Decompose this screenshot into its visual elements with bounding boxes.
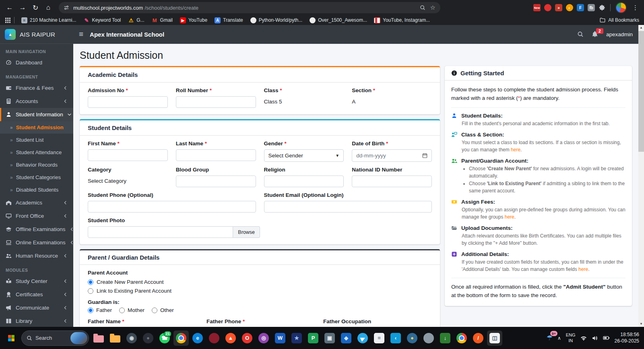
radio-input-other[interactable]	[152, 308, 157, 313]
sidebar-item-student-admission[interactable]: »Student Admission	[0, 121, 73, 134]
dob-input[interactable]: dd-mm-yyyy	[352, 149, 432, 162]
sidebar-item-academics[interactable]: Academics	[0, 196, 73, 209]
sidebar-item-student-categories[interactable]: »Student Categories	[0, 171, 73, 184]
home-icon[interactable]: ⌂	[43, 2, 54, 13]
extension-red-square-icon[interactable]: »	[555, 4, 562, 11]
extension-red-dot-icon[interactable]	[544, 4, 551, 11]
sidebar-item-student-attendance[interactable]: »Student Attendance	[0, 146, 73, 159]
maroon-app-icon[interactable]	[206, 330, 222, 346]
sidebar-item-study-center[interactable]: Study Center	[0, 275, 73, 288]
username[interactable]: apexadmin	[606, 31, 633, 37]
file-path-box[interactable]	[88, 226, 233, 238]
tray-expand-icon[interactable]: ∧	[557, 335, 561, 341]
zoom-page-icon[interactable]	[420, 5, 425, 10]
monitor-app-icon[interactable]: ▣	[322, 330, 337, 346]
photos-app-icon[interactable]: ★	[289, 330, 304, 346]
sidebar-item-offline-examinations[interactable]: Offline Examinations	[0, 223, 73, 236]
calendar-icon[interactable]	[422, 153, 427, 158]
extension-blue-icon[interactable]: F	[577, 4, 584, 11]
here-link[interactable]: here	[511, 147, 520, 153]
scrollbar-up-arrow[interactable]: ▲	[640, 25, 643, 31]
scrollbar-thumb[interactable]	[638, 31, 644, 152]
navbar-search-icon[interactable]	[577, 31, 584, 37]
browser-menu-icon[interactable]: ⋮	[631, 4, 640, 11]
purple-app-icon[interactable]: ◎	[256, 330, 271, 346]
sidebar-item-accounts[interactable]: Accounts	[0, 95, 73, 108]
student-email-input[interactable]	[264, 201, 432, 213]
radio-mother[interactable]: Mother	[119, 307, 144, 313]
bookmark-python-world-pyth[interactable]: Python-World/pyth...	[247, 17, 306, 24]
brave-icon[interactable]: ▲	[223, 330, 238, 346]
sidebar-item-front-office[interactable]: Front Office	[0, 209, 73, 223]
student-phone-input[interactable]	[88, 201, 256, 213]
here-link[interactable]: here	[578, 266, 588, 272]
bookmark-translate[interactable]: ATranslate	[211, 17, 247, 24]
sidebar-brand[interactable]: ▲ AIS RAIPUR	[0, 25, 73, 44]
first-name-input[interactable]	[88, 149, 168, 161]
sidebar-item-library[interactable]: Library	[0, 314, 73, 327]
bookmark-keyword-tool[interactable]: ✎Keyword Tool	[80, 17, 124, 24]
dark-app-icon[interactable]: ●	[140, 330, 156, 346]
radio-input-father[interactable]	[88, 308, 93, 313]
admission-no-input[interactable]	[88, 96, 168, 108]
notes-app-icon[interactable]: ≡	[372, 330, 387, 346]
address-bar[interactable]: multischool.projectworlds.com /school/st…	[59, 2, 440, 13]
battery-icon[interactable]	[603, 335, 610, 341]
religion-input[interactable]	[264, 176, 344, 187]
radio-input-create-new-parent-account[interactable]	[88, 279, 93, 285]
snipping-tool-icon[interactable]: ◫	[487, 330, 502, 346]
blue-cube-icon[interactable]: ◆	[339, 330, 354, 346]
here-link[interactable]: here	[505, 214, 514, 220]
taskbar-clock[interactable]: 18:58:5626-09-2025	[615, 332, 639, 344]
blood-group-input[interactable]	[176, 176, 256, 187]
gray-app-icon[interactable]	[421, 330, 436, 346]
all-bookmarks-button[interactable]: All Bookmarks	[600, 17, 639, 23]
browse-button[interactable]: Browse	[233, 226, 260, 238]
chrome-profile-icon[interactable]	[454, 330, 469, 346]
green-app-icon[interactable]: P	[305, 330, 321, 346]
extensions-puzzle-icon[interactable]	[599, 4, 605, 11]
bookmark-210-machine-learni[interactable]: ≡210 Machine Learni...	[18, 17, 80, 24]
telegram-icon[interactable]: ▶	[355, 330, 370, 346]
sidebar-item-behavior-records[interactable]: »Behavior Records	[0, 159, 73, 171]
sidebar-item-certificates[interactable]: Certificates	[0, 288, 73, 301]
back-icon[interactable]: ←	[4, 2, 15, 13]
bookmark-star-icon[interactable]: ☆	[430, 4, 436, 11]
bookmark-over-1500-awesom[interactable]: Over_1500_Awesom...	[306, 17, 371, 24]
hamburger-menu-icon[interactable]: ≡	[79, 30, 83, 39]
sidebar-item-communicate[interactable]: Communicate	[0, 301, 73, 314]
gender-select[interactable]: Select Gender▼	[264, 149, 344, 162]
section-value[interactable]: A	[352, 96, 432, 105]
profile-avatar[interactable]	[615, 2, 627, 13]
sidebar-item-student-list[interactable]: »Student List	[0, 134, 73, 146]
start-button[interactable]	[3, 330, 19, 346]
roll-number-input[interactable]	[176, 96, 256, 108]
radio-link-to-existing-parent-account[interactable]: Link to Existing Parent Account	[88, 287, 432, 295]
language-indicator[interactable]: ENGIN	[566, 332, 576, 343]
radio-create-new-parent-account[interactable]: Create New Parent Account	[88, 278, 432, 286]
volume-icon[interactable]	[592, 335, 598, 341]
radio-input-mother[interactable]	[119, 308, 125, 313]
bookmark-gmail[interactable]: MGmail	[148, 17, 176, 24]
bookmark-g[interactable]: ⚠G...	[124, 17, 148, 24]
forward-icon[interactable]: →	[17, 2, 28, 13]
scrollbar[interactable]: ▲ ▼	[638, 25, 644, 327]
radio-father[interactable]: Father	[88, 307, 112, 313]
sidebar-item-finance-fees[interactable]: Finance & Fees	[0, 81, 73, 95]
site-info-icon[interactable]	[64, 5, 69, 10]
sidebar-item-disabled-students[interactable]: »Disabled Students	[0, 184, 73, 196]
reload-icon[interactable]: ↻	[30, 2, 41, 13]
radio-other[interactable]: Other	[152, 307, 174, 313]
yellow-folder-icon[interactable]	[107, 330, 123, 346]
bookmark-youtube-instagram[interactable]: ▎▊YouTube, Instagram...	[371, 17, 433, 24]
sidebar-item-dashboard[interactable]: Dashboard	[0, 56, 73, 69]
national-id-input[interactable]	[352, 176, 432, 187]
steam-icon[interactable]: ◉	[124, 330, 139, 346]
radio-input-link-to-existing-parent-account[interactable]	[88, 288, 93, 294]
scrollbar-down-arrow[interactable]: ▼	[640, 321, 643, 327]
extension-new-icon[interactable]: New	[533, 4, 541, 11]
apps-grid-icon[interactable]	[5, 17, 11, 23]
vscode-icon[interactable]: ‹	[388, 330, 403, 346]
chrome-icon[interactable]	[173, 330, 189, 346]
sidebar-item-student-information[interactable]: Student Information	[0, 108, 73, 121]
